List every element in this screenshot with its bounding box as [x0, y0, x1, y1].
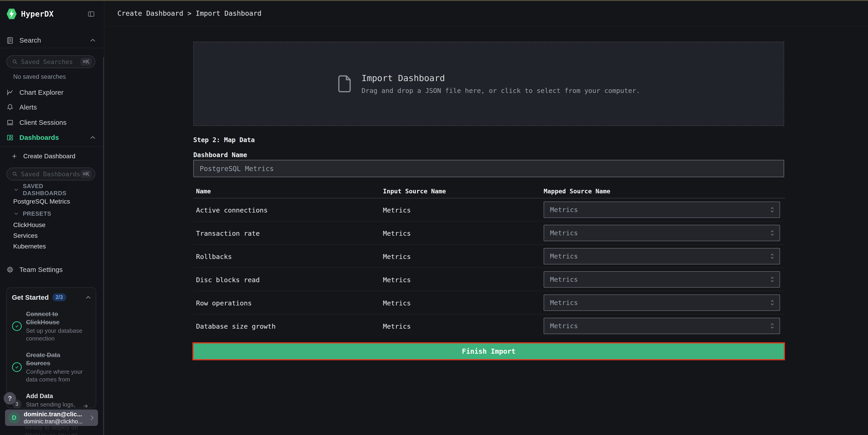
- input-source-name: Metrics: [383, 299, 411, 307]
- preset-link-label: Kubernetes: [13, 243, 46, 250]
- column-header-mapped-source: Mapped Source Name: [544, 188, 611, 195]
- sidebar-item-clickhouse[interactable]: ClickHouse: [0, 220, 102, 230]
- task-title: Add Data: [26, 392, 86, 400]
- mapped-source-select[interactable]: Metrics: [544, 271, 780, 288]
- table-row: Rollbacks Metrics Metrics: [193, 244, 785, 268]
- selected-value: Metrics: [550, 275, 578, 283]
- user-email: dominic.tran@clickho...: [24, 418, 83, 425]
- plus-icon: [11, 153, 17, 159]
- select-caret-icon: [770, 230, 775, 236]
- section-label: PRESETS: [23, 210, 51, 217]
- saved-dashboards-input[interactable]: Saved Dashboards ⌘K: [6, 168, 95, 180]
- selected-value: Metrics: [550, 322, 578, 330]
- sidebar-item-label: Team Settings: [20, 266, 63, 273]
- search-section-icon: [6, 36, 14, 44]
- avatar: D: [8, 412, 20, 424]
- section-presets[interactable]: PRESETS: [0, 209, 102, 218]
- hyperdx-logo-icon: [6, 8, 17, 20]
- import-dropzone[interactable]: Import Dashboard Drag and drop a JSON fi…: [193, 42, 784, 126]
- task-subtitle: Configure where your data comes from: [26, 368, 86, 383]
- sidebar: HyperDX Search Saved Searches ⌘K No save…: [0, 0, 104, 435]
- selected-value: Metrics: [550, 229, 578, 237]
- chevron-up-icon[interactable]: [85, 296, 91, 299]
- bell-icon: [6, 103, 14, 111]
- select-caret-icon: [770, 276, 775, 282]
- arrow-right-icon[interactable]: [82, 403, 89, 409]
- user-account-chip[interactable]: D dominic.tran@clic... dominic.tran@clic…: [5, 409, 98, 426]
- sidebar-item-dashboards[interactable]: Dashboards: [0, 132, 102, 143]
- check-circle-icon: [12, 362, 22, 372]
- chart-explorer-icon: [6, 89, 14, 96]
- select-caret-icon: [770, 253, 775, 259]
- input-source-name: Metrics: [383, 323, 411, 330]
- get-started-title: Get Started: [12, 294, 49, 301]
- chevron-down-icon: [14, 188, 19, 191]
- tile-name: Active connections: [196, 206, 268, 214]
- laptop-icon: [6, 119, 14, 126]
- search-icon: [12, 171, 18, 177]
- get-started-panel: Get Started 2/3 Connect to ClickHouse Se…: [6, 288, 96, 408]
- progress-badge: 2/3: [53, 293, 66, 301]
- tile-name: Row operations: [196, 299, 252, 307]
- no-saved-searches-note: No saved searches: [13, 73, 66, 80]
- dashboard-name-label: Dashboard Name: [193, 151, 247, 159]
- finish-import-label: Finish Import: [462, 347, 516, 355]
- logo-row: HyperDX: [0, 7, 102, 21]
- sidebar-item-team-settings[interactable]: Team Settings: [0, 264, 102, 275]
- task-title: Create Data Sources: [26, 351, 86, 367]
- create-dashboard-button[interactable]: Create Dashboard: [0, 151, 102, 162]
- sidebar-item-alerts[interactable]: Alerts: [0, 101, 102, 113]
- sidebar-item-label: Alerts: [20, 103, 37, 111]
- section-label: SAVED DASHBOARDS: [23, 183, 88, 197]
- sidebar-item-postgresql-metrics[interactable]: PostgreSQL Metrics: [0, 197, 102, 207]
- sidebar-item-label: Search: [20, 36, 41, 44]
- mapped-source-select[interactable]: Metrics: [544, 248, 780, 264]
- divider: [0, 48, 104, 48]
- table-header: Name Input Source Name Mapped Source Nam…: [193, 186, 785, 198]
- breadcrumb-bar: Create Dashboard > Import Dashboard: [105, 0, 868, 27]
- sidebar-item-search[interactable]: Search: [0, 34, 102, 46]
- search-icon: [12, 59, 18, 65]
- column-header-input-source: Input Source Name: [383, 188, 446, 195]
- hidden-task-line: ClickHouse Cloud?: [25, 432, 78, 435]
- mapped-source-select[interactable]: Metrics: [544, 295, 780, 311]
- selected-value: Metrics: [550, 299, 578, 306]
- get-started-item-sources[interactable]: Create Data Sources Configure where your…: [12, 351, 92, 383]
- mapped-source-select[interactable]: Metrics: [544, 225, 780, 241]
- table-row: Transaction rate Metrics Metrics: [193, 221, 785, 244]
- mapped-source-select[interactable]: Metrics: [544, 318, 780, 334]
- input-source-name: Metrics: [383, 206, 411, 214]
- chevron-right-icon: [89, 414, 95, 421]
- sidebar-item-kubernetes[interactable]: Kubernetes: [0, 241, 102, 252]
- collapse-sidebar-button[interactable]: [87, 10, 96, 18]
- section-saved-dashboards[interactable]: SAVED DASHBOARDS: [0, 185, 102, 194]
- finish-import-button[interactable]: Finish Import: [192, 342, 785, 360]
- saved-searches-input[interactable]: Saved Searches ⌘K: [6, 55, 95, 68]
- dashboard-link-label: PostgreSQL Metrics: [13, 198, 70, 205]
- tile-name: Disc blocks read: [196, 276, 259, 284]
- sidebar-item-chart-explorer[interactable]: Chart Explorer: [0, 87, 102, 98]
- help-button[interactable]: ?: [4, 392, 16, 404]
- sidebar-item-services[interactable]: Services: [0, 231, 102, 241]
- user-name: dominic.tran@clic...: [24, 411, 83, 418]
- chevron-up-icon[interactable]: [90, 38, 96, 42]
- divider: [0, 146, 104, 147]
- column-header-name: Name: [196, 188, 211, 195]
- sidebar-item-label: Chart Explorer: [20, 89, 63, 96]
- select-caret-icon: [770, 207, 775, 213]
- breadcrumb: Create Dashboard > Import Dashboard: [117, 9, 261, 17]
- panel-collapse-icon: [87, 10, 95, 17]
- file-icon: [337, 75, 352, 93]
- dashboard-name-input[interactable]: [193, 160, 784, 177]
- chevron-up-icon[interactable]: [90, 135, 96, 140]
- table-row: Active connections Metrics Metrics: [193, 198, 785, 221]
- input-source-name: Metrics: [383, 276, 411, 284]
- gear-icon: [6, 266, 14, 273]
- task-title: Connect to ClickHouse: [26, 310, 86, 326]
- get-started-item-connect[interactable]: Connect to ClickHouse Set up your databa…: [12, 310, 92, 342]
- sidebar-scrollbar[interactable]: [103, 57, 104, 435]
- sidebar-item-client-sessions[interactable]: Client Sessions: [0, 116, 102, 129]
- sidebar-item-label: Dashboards: [20, 134, 59, 141]
- app-title: HyperDX: [21, 9, 54, 19]
- mapped-source-select[interactable]: Metrics: [544, 202, 780, 218]
